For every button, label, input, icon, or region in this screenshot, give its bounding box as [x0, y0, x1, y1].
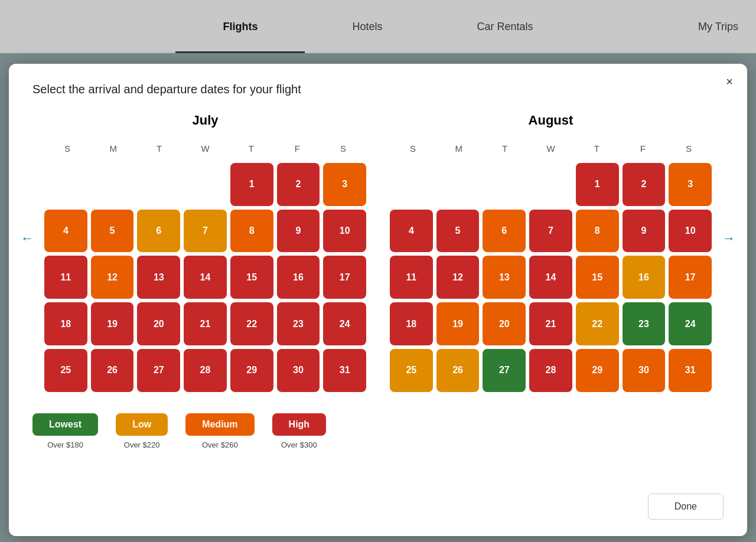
day-cell[interactable]: 30 [277, 349, 320, 392]
nav-label-hotels: Hotels [352, 21, 382, 33]
day-header-label: F [620, 140, 666, 157]
nav-item-my-trips[interactable]: My Trips [698, 21, 738, 33]
day-cell[interactable]: 13 [483, 256, 526, 299]
nav-items: Flights Hotels Car Rentals [0, 0, 756, 53]
day-header-label: S [666, 140, 712, 157]
day-cell[interactable]: 17 [323, 256, 366, 299]
day-cell[interactable]: 16 [277, 256, 320, 299]
day-header-label: M [90, 140, 136, 157]
day-cell[interactable]: 10 [323, 210, 366, 253]
day-cell[interactable]: 14 [184, 256, 227, 299]
done-button[interactable]: Done [648, 494, 724, 520]
day-cell[interactable]: 5 [91, 210, 134, 253]
day-cell[interactable]: 8 [230, 210, 273, 253]
day-cell[interactable]: 25 [44, 349, 87, 392]
day-cell[interactable]: 28 [184, 349, 227, 392]
day-cell[interactable]: 26 [436, 349, 480, 392]
day-cell[interactable]: 15 [230, 256, 273, 299]
day-cell[interactable]: 27 [137, 349, 180, 392]
day-cell[interactable]: 11 [44, 256, 87, 299]
legend-item-low: LowOver $220 [116, 413, 168, 449]
day-cell[interactable]: 24 [323, 302, 366, 345]
day-cell[interactable]: 29 [576, 349, 619, 392]
day-header-label: M [436, 140, 482, 157]
day-cell[interactable]: 10 [669, 210, 712, 253]
day-cell[interactable]: 18 [390, 302, 433, 345]
day-cell[interactable]: 23 [623, 302, 666, 345]
day-cell[interactable]: 9 [277, 210, 320, 253]
day-cell[interactable]: 3 [669, 163, 712, 206]
close-button[interactable]: × [726, 76, 733, 87]
legend-badge-medium[interactable]: Medium [185, 413, 254, 436]
day-cell[interactable]: 22 [230, 302, 273, 345]
day-cell[interactable]: 31 [323, 349, 366, 392]
day-cell[interactable]: 15 [576, 256, 619, 299]
day-cell[interactable]: 1 [230, 163, 273, 206]
day-cell[interactable]: 27 [483, 349, 526, 392]
legend-badge-low[interactable]: Low [116, 413, 168, 436]
day-cell[interactable]: 14 [529, 256, 572, 299]
august-days-grid: 1234567891011121314151617181920212223242… [390, 163, 712, 392]
day-cell[interactable]: 5 [436, 210, 480, 253]
day-cell[interactable]: 12 [436, 256, 480, 299]
day-cell[interactable]: 1 [576, 163, 619, 206]
day-cell[interactable]: 6 [137, 210, 180, 253]
legend-badge-high[interactable]: High [272, 413, 327, 436]
day-cell[interactable]: 17 [669, 256, 712, 299]
day-cell[interactable]: 2 [277, 163, 320, 206]
day-cell[interactable]: 7 [529, 210, 572, 253]
date-picker-modal: × Select the arrival and departure dates… [9, 64, 747, 536]
price-legend: LowestOver $180LowOver $220MediumOver $2… [32, 413, 724, 449]
day-header-label: T [573, 140, 620, 157]
day-header-label: W [528, 140, 574, 157]
day-header-label: S [320, 140, 366, 157]
day-cell[interactable]: 16 [623, 256, 666, 299]
nav-item-flights[interactable]: Flights [175, 0, 305, 53]
day-cell[interactable]: 29 [230, 349, 273, 392]
july-days-grid: 1234567891011121314151617181920212223242… [44, 163, 366, 392]
day-cell[interactable]: 19 [436, 302, 480, 345]
day-cell[interactable]: 7 [184, 210, 227, 253]
day-cell[interactable]: 28 [529, 349, 572, 392]
nav-item-car-rentals[interactable]: Car Rentals [429, 0, 580, 53]
calendar-august-title: August [390, 113, 712, 128]
next-month-button[interactable]: → [722, 231, 735, 246]
day-cell[interactable]: 24 [669, 302, 712, 345]
legend-sublabel-low: Over $220 [124, 440, 160, 449]
day-cell[interactable]: 4 [44, 210, 87, 253]
day-cell[interactable]: 9 [623, 210, 666, 253]
nav-label-car-rentals: Car Rentals [477, 21, 533, 33]
day-cell[interactable]: 22 [576, 302, 619, 345]
legend-sublabel-medium: Over $260 [202, 440, 238, 449]
empty-day-cell [529, 163, 572, 206]
day-cell[interactable]: 13 [137, 256, 180, 299]
day-cell[interactable]: 21 [529, 302, 572, 345]
nav-bar: Flights Hotels Car Rentals My Trips [0, 0, 756, 53]
legend-sublabel-high: Over $300 [281, 440, 317, 449]
day-cell[interactable]: 21 [184, 302, 227, 345]
day-cell[interactable]: 30 [623, 349, 666, 392]
day-cell[interactable]: 26 [91, 349, 134, 392]
empty-day-cell [390, 163, 433, 206]
day-cell[interactable]: 25 [390, 349, 433, 392]
day-cell[interactable]: 20 [483, 302, 526, 345]
calendars-container: ← July SMTWTFS 1234567891011121314151617… [32, 113, 724, 392]
day-cell[interactable]: 4 [390, 210, 433, 253]
day-cell[interactable]: 3 [323, 163, 366, 206]
day-cell[interactable]: 20 [137, 302, 180, 345]
day-cell[interactable]: 18 [44, 302, 87, 345]
day-cell[interactable]: 11 [390, 256, 433, 299]
day-cell[interactable]: 8 [576, 210, 619, 253]
day-cell[interactable]: 19 [91, 302, 134, 345]
day-cell[interactable]: 31 [669, 349, 712, 392]
day-cell[interactable]: 12 [91, 256, 134, 299]
day-cell[interactable]: 23 [277, 302, 320, 345]
empty-day-cell [137, 163, 180, 206]
day-header-label: F [274, 140, 320, 157]
day-cell[interactable]: 6 [483, 210, 526, 253]
prev-month-button[interactable]: ← [21, 231, 34, 246]
legend-badge-lowest[interactable]: Lowest [32, 413, 98, 436]
day-cell[interactable]: 2 [623, 163, 666, 206]
nav-item-hotels[interactable]: Hotels [305, 0, 429, 53]
legend-item-high: HighOver $300 [272, 413, 327, 449]
